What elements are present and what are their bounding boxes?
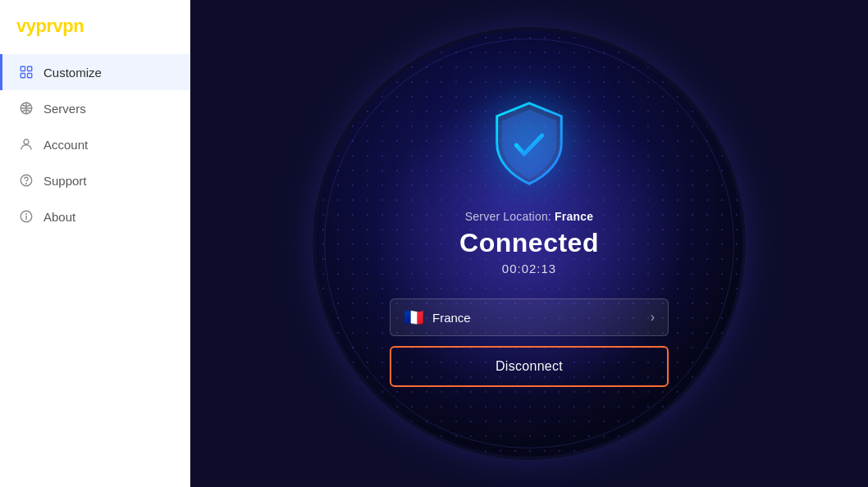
servers-label: Servers <box>43 102 86 116</box>
sidebar-item-about[interactable]: About <box>0 198 190 234</box>
server-location-text: Server Location: France <box>465 210 593 223</box>
logo-area: vyprvpn <box>0 0 190 49</box>
shield-icon <box>488 100 570 190</box>
location-selector[interactable]: 🇫🇷 France › <box>390 298 669 336</box>
svg-rect-0 <box>21 66 25 71</box>
sidebar-item-support[interactable]: Support <box>0 162 190 198</box>
location-left: 🇫🇷 France <box>404 309 471 325</box>
logo: vyprvpn <box>16 16 84 37</box>
main-panel: Server Location: France Connected 00:02:… <box>190 0 868 487</box>
shield-container <box>488 100 570 193</box>
account-icon <box>19 137 34 152</box>
account-label: Account <box>43 138 88 152</box>
server-location-country: France <box>555 210 593 223</box>
about-icon <box>19 209 34 224</box>
svg-point-5 <box>24 139 29 144</box>
svg-rect-2 <box>21 74 25 78</box>
customize-icon <box>19 65 34 80</box>
about-label: About <box>43 210 75 224</box>
support-icon <box>19 173 34 188</box>
sidebar-item-account[interactable]: Account <box>0 126 190 162</box>
connection-timer: 00:02:13 <box>502 262 556 275</box>
connection-status: Connected <box>459 228 599 258</box>
sidebar-item-customize[interactable]: Customize <box>0 54 190 90</box>
country-flag: 🇫🇷 <box>404 309 424 325</box>
customize-label: Customize <box>43 66 102 80</box>
nav-list: Customize Servers Account <box>0 49 190 487</box>
svg-point-7 <box>26 183 27 184</box>
logo-vpn: vpn <box>53 16 84 36</box>
logo-vypr: vypr <box>16 16 53 36</box>
servers-icon <box>19 101 34 116</box>
sidebar-item-servers[interactable]: Servers <box>0 90 190 126</box>
chevron-right-icon: › <box>651 310 655 325</box>
svg-rect-1 <box>28 66 32 71</box>
server-location-prefix: Server Location: <box>465 210 555 223</box>
content-panel: Server Location: France Connected 00:02:… <box>373 100 685 387</box>
disconnect-button[interactable]: Disconnect <box>390 346 669 387</box>
support-label: Support <box>43 174 87 188</box>
svg-rect-3 <box>28 74 32 78</box>
country-name: France <box>432 311 471 325</box>
sidebar: vyprvpn Customize Servers <box>0 0 190 487</box>
